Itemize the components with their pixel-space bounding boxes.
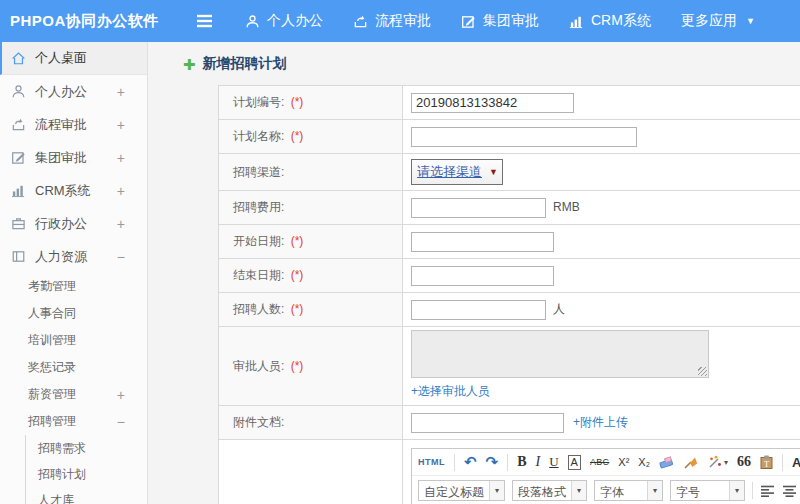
nav-label: 集团审批 — [483, 12, 539, 30]
font-color-button[interactable]: A▾ — [792, 455, 800, 470]
sidebar-subitem-recruit-demand[interactable]: 招聘需求 — [26, 435, 147, 461]
attachment-upload-link[interactable]: +附件上传 — [573, 415, 628, 429]
combo-value: 段落格式 — [513, 481, 571, 500]
sidebar-item-crm-system[interactable]: CRM系统 + — [0, 174, 147, 207]
sidebar-item-admin-office[interactable]: 行政办公 + — [0, 207, 147, 240]
expand-icon[interactable]: + — [117, 84, 125, 100]
bold-button[interactable]: B — [517, 454, 526, 470]
custom-title-combo[interactable]: 自定义标题 ▾ — [418, 480, 505, 501]
expand-icon[interactable]: + — [117, 183, 125, 199]
flow-icon — [353, 14, 368, 29]
sidebar-item-personal-office[interactable]: 个人办公 + — [0, 75, 147, 108]
collapse-icon[interactable]: − — [117, 414, 125, 430]
align-center-icon[interactable] — [782, 485, 797, 497]
user-icon — [245, 14, 260, 29]
plan-no-input[interactable] — [411, 93, 574, 113]
sidebar-subitem-rewards[interactable]: 奖惩记录 — [0, 354, 147, 381]
sidebar-item-label: 流程审批 — [35, 116, 87, 134]
font-size-combo[interactable]: 字号 ▾ — [670, 480, 745, 501]
subscript-button[interactable]: X₂ — [638, 456, 650, 468]
edit-icon — [461, 14, 476, 29]
sidebar-subitem-attendance[interactable]: 考勤管理 — [0, 273, 147, 300]
sidebar-subitem-talent-pool[interactable]: 人才库 — [26, 487, 147, 504]
select-approver-link[interactable]: +选择审批人员 — [411, 383, 490, 400]
start-date-input[interactable] — [411, 232, 554, 252]
top-navigation: 个人办公 流程审批 集团审批 CRM系统 更多应用 ▼ — [245, 12, 755, 30]
nav-label: 个人办公 — [267, 12, 323, 30]
sidebar-item-label: 培训管理 — [28, 332, 76, 349]
underline-button[interactable]: U — [549, 454, 558, 470]
sidebar-item-label: 人力资源 — [35, 248, 87, 266]
blockquote-button[interactable]: 66 — [737, 454, 751, 470]
main-layout: 个人桌面 个人办公 + 流程审批 + 集团审批 + — [0, 42, 800, 504]
nav-personal-office[interactable]: 个人办公 — [245, 12, 323, 30]
headcount-input[interactable] — [411, 300, 546, 320]
source-code-button[interactable]: HTML — [418, 457, 445, 467]
rich-text-editor: HTML ↶ ↷ B I U A ABC X² X₂ — [411, 448, 800, 504]
superscript-button[interactable]: X² — [618, 456, 629, 468]
plan-name-input[interactable] — [411, 127, 637, 147]
chart-icon — [11, 183, 26, 198]
sidebar-item-personal-desktop[interactable]: 个人桌面 — [0, 42, 147, 75]
approver-textarea[interactable] — [411, 330, 709, 378]
char-border-button[interactable]: A — [568, 455, 581, 470]
user-icon — [11, 84, 26, 99]
sidebar-item-human-resources[interactable]: 人力资源 − — [0, 240, 147, 273]
sidebar-item-label: 招聘需求 — [38, 440, 86, 457]
sidebar-item-workflow-approval[interactable]: 流程审批 + — [0, 108, 147, 141]
italic-button[interactable]: I — [536, 454, 541, 470]
collapse-icon[interactable]: − — [117, 249, 125, 265]
headcount-label: 招聘人数: — [233, 302, 284, 316]
align-left-icon[interactable] — [760, 485, 775, 497]
nav-workflow-approval[interactable]: 流程审批 — [353, 12, 431, 30]
format-painter-icon[interactable]: ▾ — [707, 455, 728, 469]
required-mark: (*) — [291, 234, 304, 248]
editor-toolbar-row1: HTML ↶ ↷ B I U A ABC X² X₂ — [412, 449, 800, 476]
nav-crm-system[interactable]: CRM系统 — [569, 12, 651, 30]
start-date-label: 开始日期: — [233, 234, 284, 248]
nav-more-apps[interactable]: 更多应用 ▼ — [681, 12, 755, 30]
attachment-input[interactable] — [411, 413, 564, 433]
approver-label: 审批人员: — [233, 359, 284, 373]
required-mark: (*) — [291, 359, 304, 373]
paste-text-icon[interactable]: T — [760, 455, 773, 469]
sidebar-item-label: CRM系统 — [35, 182, 91, 200]
nav-label: 流程审批 — [375, 12, 431, 30]
sidebar-subitem-training[interactable]: 培训管理 — [0, 327, 147, 354]
sidebar-item-label: 集团审批 — [35, 149, 87, 167]
book-icon — [11, 249, 26, 264]
undo-button[interactable]: ↶ — [464, 453, 477, 471]
form-row-end-date: 结束日期: (*) — [219, 259, 800, 293]
required-mark: (*) — [291, 129, 304, 143]
channel-select[interactable]: 请选择渠道 ▼ — [411, 159, 503, 185]
combo-value: 自定义标题 — [419, 481, 489, 500]
expand-icon[interactable]: + — [117, 387, 125, 403]
expand-icon[interactable]: + — [117, 150, 125, 166]
strikethrough-button[interactable]: ABC — [590, 457, 609, 467]
redo-button[interactable]: ↷ — [486, 453, 499, 471]
fee-input[interactable] — [411, 198, 546, 218]
sidebar-subitem-recruit-plan[interactable]: 招聘计划 — [26, 461, 147, 487]
end-date-input[interactable] — [411, 266, 554, 286]
font-family-combo[interactable]: 字体 ▾ — [594, 480, 663, 501]
required-mark: (*) — [291, 302, 304, 316]
caret-down-icon: ▾ — [647, 481, 662, 500]
paragraph-format-combo[interactable]: 段落格式 ▾ — [512, 480, 587, 501]
menu-icon[interactable] — [196, 14, 213, 28]
sidebar-item-label: 奖惩记录 — [28, 359, 76, 376]
sidebar-subitem-salary[interactable]: 薪资管理 + — [0, 381, 147, 408]
main-content: ✚ 新增招聘计划 计划编号: (*) 计划名称: (*) — [148, 42, 800, 504]
eraser-icon[interactable] — [659, 456, 674, 469]
expand-icon[interactable]: + — [117, 117, 125, 133]
nav-group-approval[interactable]: 集团审批 — [461, 12, 539, 30]
sidebar-item-label: 考勤管理 — [28, 278, 76, 295]
sidebar-subitem-hr-contract[interactable]: 人事合同 — [0, 300, 147, 327]
sidebar-item-label: 招聘计划 — [38, 466, 86, 483]
sidebar-item-label: 人事合同 — [28, 305, 76, 322]
sidebar-subitem-recruit-mgmt[interactable]: 招聘管理 − — [0, 408, 147, 435]
expand-icon[interactable]: + — [117, 216, 125, 232]
svg-text:T: T — [764, 459, 770, 469]
attachment-label: 附件文档: — [233, 415, 284, 429]
clear-format-broom-icon[interactable] — [683, 455, 698, 469]
sidebar-item-group-approval[interactable]: 集团审批 + — [0, 141, 147, 174]
